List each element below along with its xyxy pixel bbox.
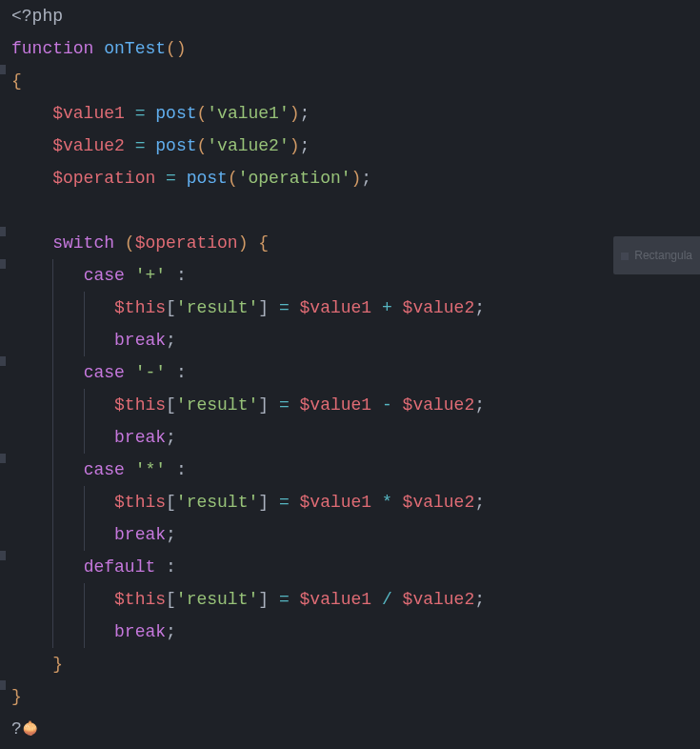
variable: $value1	[300, 395, 372, 415]
paren-close: )	[290, 104, 300, 123]
cursor-emoji: 🧅	[22, 713, 38, 745]
code-line[interactable]: case '*' :	[11, 454, 700, 486]
string-literal: '*'	[135, 460, 166, 479]
code-line[interactable]: break;	[11, 421, 700, 454]
fold-marker[interactable]	[0, 259, 6, 269]
bracket-close: ]	[258, 395, 269, 415]
keyword-case: case	[84, 266, 125, 285]
string-literal: 'result'	[176, 298, 258, 317]
fold-marker[interactable]	[0, 356, 6, 366]
operator-star: *	[382, 493, 392, 512]
code-line[interactable]: switch ($operation) {	[11, 227, 700, 259]
variable: $value2	[403, 395, 475, 415]
code-line[interactable]: $operation = post('operation');	[11, 162, 700, 194]
string-literal: 'value1'	[207, 104, 289, 123]
string-literal: 'result'	[176, 395, 258, 415]
variable: $operation	[135, 233, 238, 253]
fold-marker[interactable]	[0, 680, 6, 690]
fold-marker[interactable]	[0, 65, 6, 74]
code-line[interactable]: break;	[11, 616, 700, 648]
code-line[interactable]: $value2 = post('value2');	[11, 130, 700, 162]
semicolon: ;	[361, 169, 371, 188]
code-line[interactable]: $this['result'] = $value1 / $value2;	[11, 583, 700, 616]
code-line[interactable]: $value1 = post('value1');	[11, 97, 700, 130]
variable: $value1	[300, 590, 372, 609]
operator-assign: =	[279, 590, 290, 609]
code-line[interactable]: }	[11, 648, 700, 680]
string-literal: 'result'	[176, 493, 258, 512]
bracket-close: ]	[258, 493, 269, 512]
code-line[interactable]: $this['result'] = $value1 - $value2;	[11, 389, 700, 421]
code-line[interactable]: case '+' :	[11, 259, 700, 292]
code-line[interactable]	[11, 194, 700, 227]
operator-assign: =	[279, 493, 290, 512]
code-line[interactable]: ?🧅	[11, 713, 700, 745]
string-literal: '-'	[135, 363, 166, 382]
function-call: post	[187, 169, 228, 188]
variable: $value2	[403, 493, 475, 512]
fold-marker[interactable]	[0, 454, 6, 463]
semicolon: ;	[166, 428, 176, 447]
variable-this: $this	[114, 590, 166, 609]
operator-slash: /	[382, 590, 392, 609]
variable-this: $this	[114, 395, 166, 415]
code-line[interactable]: break;	[11, 324, 700, 356]
bracket-open: [	[166, 590, 176, 609]
string-literal: '+'	[135, 266, 166, 285]
function-call: post	[155, 104, 196, 123]
keyword-case: case	[84, 363, 125, 382]
code-line[interactable]: }	[11, 680, 700, 713]
semicolon: ;	[300, 136, 310, 155]
selection-tool-label[interactable]: Rectangula	[613, 236, 700, 274]
gutter	[0, 0, 6, 745]
paren-close: )	[176, 39, 187, 58]
string-literal: 'operation'	[238, 169, 351, 188]
code-line[interactable]: function onTest()	[11, 32, 700, 65]
variable: $value2	[403, 298, 475, 317]
keyword-break: break	[114, 428, 166, 447]
operator-minus: -	[382, 395, 392, 415]
semicolon: ;	[474, 395, 485, 415]
fold-marker[interactable]	[0, 227, 6, 236]
code-line[interactable]: {	[11, 65, 700, 97]
keyword-break: break	[114, 331, 166, 350]
code-line[interactable]: $this['result'] = $value1 + $value2;	[11, 292, 700, 324]
variable: $value2	[52, 136, 125, 155]
paren-close: )	[290, 136, 300, 155]
brace-close: }	[11, 687, 22, 706]
colon: :	[176, 460, 187, 479]
semicolon: ;	[300, 104, 310, 123]
operator-assign: =	[166, 169, 176, 188]
keyword-default: default	[84, 557, 156, 577]
paren-close: )	[351, 169, 362, 188]
code-editor[interactable]: <?php function onTest() { $value1 = post…	[0, 0, 700, 745]
operator-assign: =	[135, 104, 146, 123]
variable: $value1	[300, 493, 372, 512]
code-line[interactable]: <?php	[11, 0, 700, 32]
string-literal: 'value2'	[207, 136, 289, 155]
paren-open: (	[228, 169, 238, 188]
semicolon: ;	[474, 590, 485, 609]
keyword-break: break	[114, 622, 166, 641]
semicolon: ;	[166, 622, 176, 641]
operator-plus: +	[382, 298, 392, 317]
keyword-function: function	[11, 39, 93, 58]
semicolon: ;	[166, 525, 176, 544]
code-line[interactable]: case '-' :	[11, 356, 700, 389]
keyword-break: break	[114, 525, 166, 544]
keyword-case: case	[84, 460, 125, 479]
paren-open: (	[197, 136, 208, 155]
code-line[interactable]: break;	[11, 518, 700, 551]
code-line[interactable]: $this['result'] = $value1 * $value2;	[11, 486, 700, 518]
bracket-open: [	[166, 493, 176, 512]
operator-assign: =	[279, 395, 290, 415]
code-line[interactable]: default :	[11, 551, 700, 583]
colon: :	[176, 363, 187, 382]
bracket-open: [	[166, 298, 176, 317]
fold-marker[interactable]	[0, 551, 6, 560]
string-literal: 'result'	[176, 590, 258, 609]
operator-assign: =	[135, 136, 146, 155]
php-close-tag: ?	[11, 719, 22, 739]
brace-close: }	[52, 655, 63, 674]
variable: $value1	[300, 298, 372, 317]
